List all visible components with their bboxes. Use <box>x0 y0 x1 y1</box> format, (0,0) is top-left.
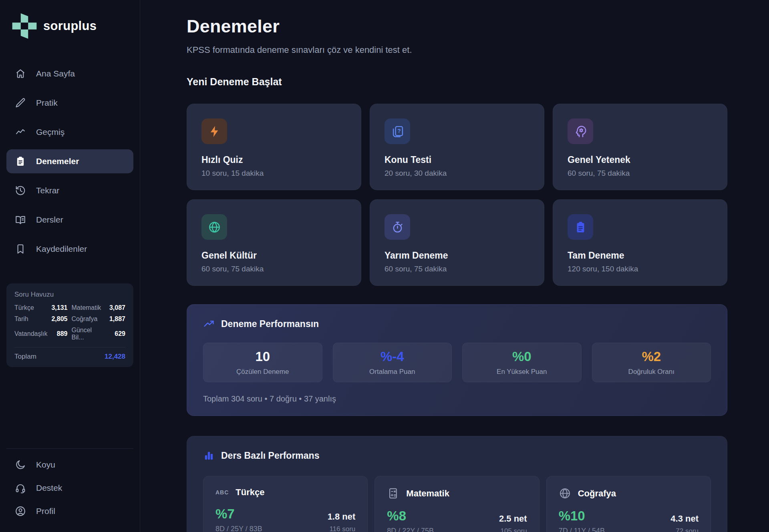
user-circle-icon <box>15 506 26 517</box>
footer-item-label: Destek <box>36 483 62 493</box>
start-card-hizli-quiz[interactable]: Hızlı Quiz 10 soru, 15 dakika <box>187 104 361 190</box>
stat-label: Çözülen Deneme <box>236 368 289 376</box>
theme-toggle-koyu[interactable]: Koyu <box>6 454 133 476</box>
sidebar-item-tekrar[interactable]: Tekrar <box>6 179 133 203</box>
subject-card-header: Coğrafya <box>559 487 699 500</box>
start-card-title: Tam Deneme <box>568 250 713 261</box>
subject-panel-header: Ders Bazlı Performans <box>203 450 711 462</box>
abc-icon: ABC <box>215 489 229 496</box>
subject-stats: %10 7D / 11Y / 54B 4.3 net 72 soru <box>559 508 699 532</box>
subject-card-grid: ABC Türkçe %7 8D / 25Y / 83B 1.8 net 116… <box>203 476 711 532</box>
headset-icon <box>15 482 26 494</box>
sidebar-item-label: Tekrar <box>36 186 59 195</box>
sidebar-item-dersler[interactable]: Dersler <box>6 208 133 232</box>
calculator-icon <box>387 487 399 500</box>
sidebar-item-ana-sayfa[interactable]: Ana Sayfa <box>6 62 133 86</box>
subject-card-header: ABC Türkçe <box>215 487 355 498</box>
performance-panel-title: Deneme Performansın <box>221 319 319 329</box>
start-card-subtitle: 120 soru, 150 dakika <box>568 265 713 273</box>
pool-subject-value: 3,131 <box>51 304 67 311</box>
stat-value: %0 <box>512 349 531 364</box>
subject-percent: %10 <box>559 508 605 524</box>
footer-item-label: Profil <box>36 506 55 516</box>
subject-net: 2.5 net <box>499 514 527 524</box>
sidebar-item-profil[interactable]: Profil <box>6 500 133 522</box>
stat-label: En Yüksek Puan <box>497 368 547 376</box>
start-card-grid: Hızlı Quiz 10 soru, 15 dakika ? Konu Tes… <box>187 104 769 286</box>
subject-question-count: 116 soru <box>328 525 356 532</box>
sidebar-item-label: Ana Sayfa <box>36 69 75 78</box>
head-gear-icon <box>568 118 593 144</box>
brand-logo[interactable]: soruplus <box>6 10 133 40</box>
sidebar-item-label: Pratik <box>36 98 58 108</box>
start-card-tam-deneme[interactable]: Tam Deneme 120 soru, 150 dakika <box>553 199 727 286</box>
subject-card-cografya: Coğrafya %10 7D / 11Y / 54B 4.3 net 72 s… <box>546 476 711 532</box>
stat-value: %2 <box>642 349 661 364</box>
start-section-title: Yeni Deneme Başlat <box>187 76 769 88</box>
divider <box>14 347 125 347</box>
start-card-subtitle: 10 soru, 15 dakika <box>201 169 346 178</box>
bookmark-icon <box>15 243 26 255</box>
sidebar-item-label: Dersler <box>36 215 63 225</box>
trend-line-icon <box>15 126 26 138</box>
clipboard-icon <box>15 156 26 167</box>
pool-subject-value: 629 <box>109 330 125 337</box>
clipboard-filled-icon <box>568 214 593 240</box>
sidebar-item-destek[interactable]: Destek <box>6 477 133 499</box>
home-icon <box>15 68 26 79</box>
sidebar-item-denemeler[interactable]: Denemeler <box>6 149 133 173</box>
brand-name: soruplus <box>43 19 97 33</box>
stat-cozulen-deneme: 10 Çözülen Deneme <box>203 343 322 382</box>
pool-subject-label: Vatandaşlık <box>14 330 47 337</box>
start-card-subtitle: 60 soru, 75 dakika <box>201 265 346 273</box>
start-card-title: Genel Yetenek <box>568 155 713 165</box>
stat-ortalama-puan: %-4 Ortalama Puan <box>333 343 452 382</box>
stat-label: Ortalama Puan <box>369 368 415 376</box>
start-card-subtitle: 60 soru, 75 dakika <box>568 169 713 178</box>
start-card-yarim-deneme[interactable]: Yarım Deneme 60 soru, 75 dakika <box>370 199 544 286</box>
subject-performance-panel: Ders Bazlı Performans ABC Türkçe %7 8D /… <box>187 436 727 532</box>
start-card-title: Konu Testi <box>384 155 529 165</box>
pool-subject-value: 1,887 <box>109 315 125 323</box>
subject-card-matematik: Matematik %8 8D / 22Y / 75B 2.5 net 105 … <box>374 476 539 532</box>
start-card-genel-kultur[interactable]: Genel Kültür 60 soru, 75 dakika <box>187 199 361 286</box>
start-card-genel-yetenek[interactable]: Genel Yetenek 60 soru, 75 dakika <box>553 104 727 190</box>
performance-stats-row: 10 Çözülen Deneme %-4 Ortalama Puan %0 E… <box>203 343 711 382</box>
sidebar-item-kaydedilenler[interactable]: Kaydedilenler <box>6 237 133 261</box>
subject-stats: %8 8D / 22Y / 75B 2.5 net 105 soru <box>387 508 527 532</box>
subject-net: 4.3 net <box>670 514 699 524</box>
sidebar-item-pratik[interactable]: Pratik <box>6 91 133 115</box>
globe-icon <box>201 214 227 240</box>
pool-subject-label: Güncel Bil... <box>71 327 105 341</box>
question-pool-title: Soru Havuzu <box>14 291 125 299</box>
page-title: Denemeler <box>187 16 769 37</box>
subject-net: 1.8 net <box>328 512 356 522</box>
soruplus-plus-icon <box>11 12 38 40</box>
pool-subject-value: 889 <box>51 330 67 337</box>
subject-breakdown: 8D / 22Y / 75B <box>387 527 434 532</box>
subject-percent: %7 <box>215 506 262 522</box>
stat-value: %-4 <box>380 349 404 364</box>
subject-name: Coğrafya <box>578 488 616 499</box>
pool-subject-label: Coğrafya <box>71 315 105 323</box>
subject-stats: %7 8D / 25Y / 83B 1.8 net 116 soru <box>215 506 355 532</box>
sidebar-item-gecmis[interactable]: Geçmiş <box>6 120 133 144</box>
sidebar-item-label: Geçmiş <box>36 127 64 137</box>
main-content: Denemeler KPSS formatında deneme sınavla… <box>140 0 769 532</box>
performance-summary: Toplam 304 soru • 7 doğru • 37 yanlış <box>203 394 711 404</box>
sidebar-footer: Koyu Destek Profil <box>6 448 133 522</box>
stat-en-yuksek-puan: %0 En Yüksek Puan <box>462 343 582 382</box>
sidebar-item-label: Denemeler <box>36 157 79 166</box>
footer-item-label: Koyu <box>36 460 55 470</box>
svg-text:?: ? <box>397 128 401 134</box>
subject-question-count: 105 soru <box>499 527 527 532</box>
trending-up-icon <box>203 318 215 330</box>
subject-panel-title: Ders Bazlı Performans <box>221 450 319 461</box>
sidebar-item-label: Kaydedilenler <box>36 244 87 254</box>
start-card-konu-testi[interactable]: ? Konu Testi 20 soru, 30 dakika <box>370 104 544 190</box>
subject-name: Matematik <box>406 488 449 499</box>
moon-icon <box>15 459 26 470</box>
start-card-subtitle: 20 soru, 30 dakika <box>384 169 529 178</box>
start-card-title: Yarım Deneme <box>384 250 529 261</box>
start-card-subtitle: 60 soru, 75 dakika <box>384 265 529 273</box>
